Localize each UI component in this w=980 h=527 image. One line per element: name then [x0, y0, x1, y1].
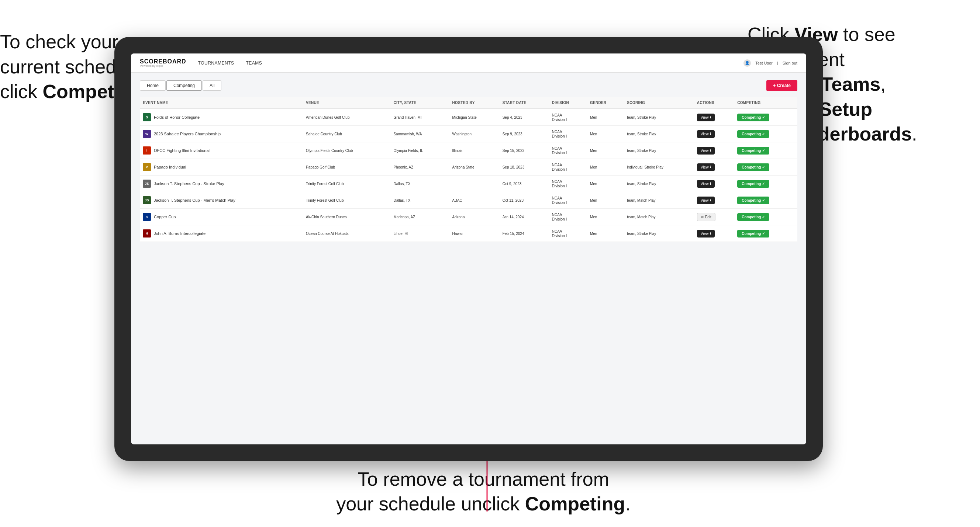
table-row: IOFCC Fighting Illini InvitationalOlympi… — [140, 142, 797, 159]
tab-all[interactable]: All — [202, 80, 221, 91]
table-row: JSJackson T. Stephens Cup - Men's Match … — [140, 192, 797, 209]
user-name: Test User — [755, 61, 772, 65]
nav-separator: | — [777, 61, 778, 65]
sign-out-link[interactable]: Sign out — [783, 61, 797, 65]
logo: SCOREBOARD Powered by clippi — [140, 59, 186, 67]
create-button[interactable]: + Create — [766, 80, 797, 91]
logo-sub: Powered by clippi — [140, 65, 186, 67]
table-row: ACopper CupAk-Chin Southern DunesMaricop… — [140, 209, 797, 225]
tablet-screen: SCOREBOARD Powered by clippi TOURNAMENTS… — [131, 54, 806, 444]
col-hosted-by: HOSTED BY — [449, 97, 500, 109]
table-row: SFolds of Honor CollegiateAmerican Dunes… — [140, 109, 797, 126]
tab-competing[interactable]: Competing — [166, 80, 202, 91]
view-button[interactable]: View ℹ — [697, 230, 715, 238]
nav-tournaments[interactable]: TOURNAMENTS — [198, 60, 234, 66]
nav-left: SCOREBOARD Powered by clippi TOURNAMENTS… — [140, 59, 262, 67]
nav-right: 👤 Test User | Sign out — [743, 59, 797, 67]
col-gender: GENDER — [587, 97, 624, 109]
view-button[interactable]: View ℹ — [697, 197, 715, 204]
view-button[interactable]: View ℹ — [697, 114, 715, 121]
top-nav: SCOREBOARD Powered by clippi TOURNAMENTS… — [131, 54, 806, 73]
user-icon: 👤 — [743, 59, 751, 67]
content-area: Home Competing All + Create EVENT NAME V… — [131, 73, 806, 444]
table-row: HJohn A. Burns IntercollegiateOcean Cour… — [140, 225, 797, 242]
view-button[interactable]: View ℹ — [697, 130, 715, 138]
table-row: JSJackson T. Stephens Cup - Stroke PlayT… — [140, 176, 797, 192]
competing-button[interactable]: Competing ✓ — [737, 213, 769, 221]
view-button[interactable]: View ℹ — [697, 163, 715, 171]
competing-button[interactable]: Competing ✓ — [737, 230, 769, 238]
col-division: DIVISION — [549, 97, 587, 109]
competing-button[interactable]: Competing ✓ — [737, 114, 769, 121]
col-actions: ACTIONS — [694, 97, 734, 109]
col-competing: COMPETING — [734, 97, 797, 109]
col-city-state: CITY, STATE — [390, 97, 449, 109]
view-button[interactable]: View ℹ — [697, 180, 715, 188]
filter-row: Home Competing All + Create — [140, 80, 797, 91]
competing-button[interactable]: Competing ✓ — [737, 197, 769, 204]
col-start-date: START DATE — [500, 97, 549, 109]
tournament-table: EVENT NAME VENUE CITY, STATE HOSTED BY S… — [140, 97, 797, 242]
competing-button[interactable]: Competing ✓ — [737, 180, 769, 188]
competing-button[interactable]: Competing ✓ — [737, 130, 769, 138]
table-row: W2023 Sahalee Players ChampionshipSahale… — [140, 126, 797, 142]
table-row: PPapago IndividualPapago Golf ClubPhoeni… — [140, 159, 797, 176]
tab-home[interactable]: Home — [140, 80, 165, 91]
col-scoring: SCORING — [624, 97, 694, 109]
view-button[interactable]: View ℹ — [697, 147, 715, 154]
col-event-name: EVENT NAME — [140, 97, 303, 109]
col-venue: VENUE — [303, 97, 390, 109]
table-header-row: EVENT NAME VENUE CITY, STATE HOSTED BY S… — [140, 97, 797, 109]
edit-button[interactable]: ✏ Edit — [697, 213, 716, 221]
nav-teams[interactable]: TEAMS — [246, 60, 262, 66]
competing-button[interactable]: Competing ✓ — [737, 147, 769, 154]
tablet: SCOREBOARD Powered by clippi TOURNAMENTS… — [115, 37, 823, 461]
competing-button[interactable]: Competing ✓ — [737, 163, 769, 171]
filter-tabs: Home Competing All — [140, 80, 221, 91]
logo-title: SCOREBOARD — [140, 59, 186, 65]
